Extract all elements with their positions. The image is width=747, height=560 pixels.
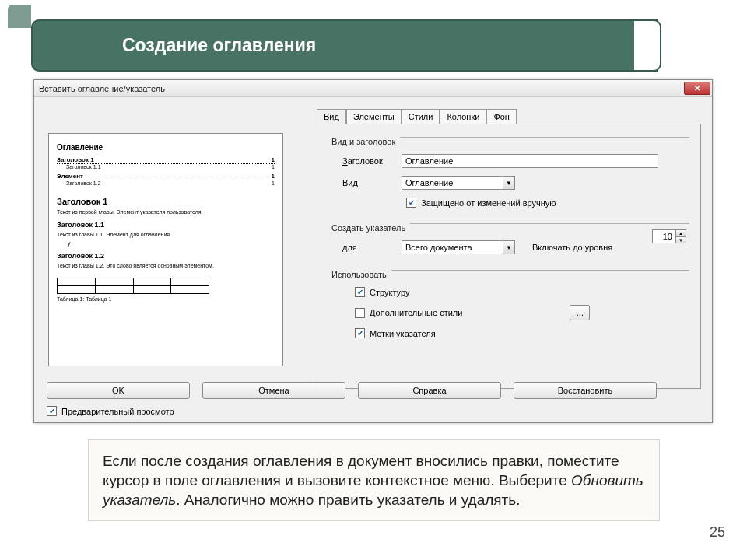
tab-columns[interactable]: Колонки <box>440 109 486 124</box>
preview-h2: Заголовок 1.2 <box>57 252 275 260</box>
checkbox-checked-icon: ✔ <box>355 328 365 338</box>
row-heading: Заголовок <box>342 154 689 168</box>
page-number: 25 <box>710 524 725 541</box>
protected-checkbox[interactable]: ✔ Защищено от изменений вручную <box>406 198 556 208</box>
levels-value[interactable] <box>652 229 675 243</box>
tab-row: Вид Элементы Стили Колонки Фон <box>317 109 701 124</box>
dialog-button-row: OK Отмена Справка Восстановить <box>47 382 700 399</box>
tab-background[interactable]: Фон <box>486 109 517 124</box>
for-value[interactable] <box>402 240 503 254</box>
tab-view[interactable]: Вид <box>317 109 346 124</box>
spin-up-icon[interactable]: ▲ <box>675 229 686 236</box>
dropdown-arrow-icon[interactable]: ▼ <box>503 176 515 190</box>
dialog-body: Оглавление Заголовок 11 Заголовок 1.11 Э… <box>34 97 712 422</box>
ok-button[interactable]: OK <box>47 382 190 399</box>
toc-subentry: Заголовок 1.21 <box>57 180 275 186</box>
heading-input[interactable] <box>402 154 658 168</box>
checkbox-checked-icon: ✔ <box>47 406 57 416</box>
for-label: для <box>342 243 395 252</box>
cancel-button[interactable]: Отмена <box>202 382 345 399</box>
row-use-marks: ✔ Метки указателя <box>355 328 689 338</box>
tab-notebook: Вид Элементы Стили Колонки Фон Вид и заг… <box>317 109 701 395</box>
close-button[interactable]: ✕ <box>684 82 710 95</box>
for-combo[interactable]: ▼ <box>402 240 515 254</box>
dialog-titlebar: Вставить оглавление/указатель ✕ <box>34 80 712 97</box>
checkbox-checked-icon: ✔ <box>406 198 416 208</box>
type-value[interactable] <box>402 176 503 190</box>
help-button[interactable]: Справка <box>358 382 501 399</box>
preview-text: у <box>57 240 275 246</box>
deco-strip <box>8 5 31 28</box>
spinner-arrows[interactable]: ▲▼ <box>675 229 686 243</box>
tab-elements[interactable]: Элементы <box>346 109 402 124</box>
preview-text: Текст из главы 1.2. Это слово является о… <box>57 263 275 268</box>
preview-text: Текст из главы 1.1. Элемент для оглавлен… <box>57 232 275 237</box>
section-use: Использовать <box>331 265 689 279</box>
levels-label: Включать до уровня <box>532 243 612 252</box>
title-bar: Создание оглавления <box>31 19 658 72</box>
slide-title: Создание оглавления <box>122 35 316 56</box>
checkbox-checked-icon: ✔ <box>355 287 365 297</box>
type-combo[interactable]: ▼ <box>402 176 515 190</box>
dropdown-arrow-icon[interactable]: ▼ <box>503 240 515 254</box>
section-create-index: Создать указатель <box>331 219 689 233</box>
preview-pane: Оглавление Заголовок 11 Заголовок 1.11 Э… <box>48 133 283 366</box>
dialog-title: Вставить оглавление/указатель <box>39 84 165 93</box>
use-structure-checkbox[interactable]: ✔ Структуру <box>355 287 409 297</box>
tab-styles[interactable]: Стили <box>402 109 440 124</box>
use-marks-checkbox[interactable]: ✔ Метки указателя <box>355 328 436 338</box>
preview-title: Оглавление <box>57 143 275 152</box>
section-title-appearance: Вид и заголовок <box>331 132 689 146</box>
info-tail: . Аналогично можно править указатель и у… <box>176 492 520 508</box>
addstyles-more-button[interactable]: ... <box>570 305 590 320</box>
info-text: Если после создания оглавления в докумен… <box>103 453 619 488</box>
title-tab-deco <box>634 19 661 72</box>
row-protected: ✔ Защищено от изменений вручную <box>406 198 689 208</box>
use-addstyles-checkbox[interactable]: Дополнительные стили <box>355 308 462 318</box>
toc-entry: Элемент1 <box>57 173 275 180</box>
checkbox-unchecked-icon <box>355 308 365 318</box>
slide-background: Создание оглавления 25 Вставить оглавлен… <box>0 0 747 560</box>
spin-down-icon[interactable]: ▼ <box>675 236 686 243</box>
row-for: для ▼ Включать до уровня <box>342 240 689 254</box>
type-label: Вид <box>342 178 395 187</box>
dialog-window: Вставить оглавление/указатель ✕ Оглавлен… <box>33 79 713 423</box>
row-use-addstyles: Дополнительные стили ... <box>355 305 689 320</box>
preview-text: Текст из первой главы. Элемент указателя… <box>57 209 275 215</box>
preview-h2: Заголовок 1.1 <box>57 221 275 229</box>
row-type: Вид ▼ <box>342 176 689 190</box>
close-icon: ✕ <box>694 84 700 93</box>
preview-toggle-checkbox[interactable]: ✔ Предварительный просмотр <box>47 406 174 416</box>
tab-page: Вид и заголовок Заголовок Вид ▼ <box>317 124 701 389</box>
reset-button[interactable]: Восстановить <box>514 382 657 399</box>
levels-spinner[interactable]: ▲▼ <box>652 229 686 243</box>
row-use-structure: ✔ Структуру <box>355 287 689 297</box>
preview-h1: Заголовок 1 <box>57 197 275 206</box>
heading-label: Заголовок <box>342 156 395 166</box>
toc-entry: Заголовок 11 <box>57 156 275 164</box>
preview-table <box>57 278 209 294</box>
preview-caption: Таблица 1: Таблица 1 <box>57 296 275 302</box>
info-note: Если после создания оглавления в докумен… <box>88 439 660 521</box>
toc-subentry: Заголовок 1.11 <box>57 164 275 170</box>
